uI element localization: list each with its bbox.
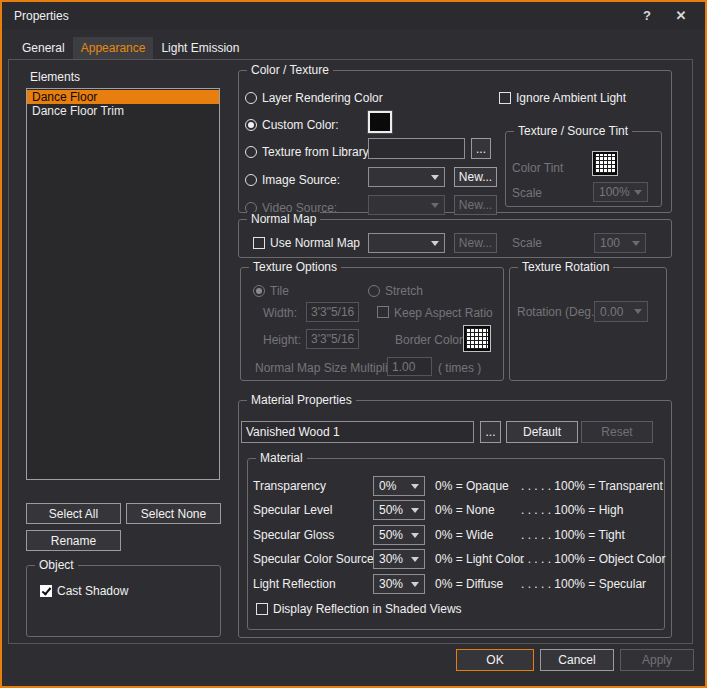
ok-button[interactable]: OK bbox=[456, 649, 534, 671]
object-group: Object bbox=[26, 565, 221, 637]
apply-button[interactable]: Apply bbox=[620, 649, 694, 671]
specular-color-source-scale-max: . . . . . 100% = Object Color bbox=[521, 552, 665, 566]
light-reflection-value: 30% bbox=[379, 577, 403, 591]
tile-label: Tile bbox=[270, 284, 289, 298]
light-reflection-scale-max: . . . . . 100% = Specular bbox=[521, 577, 646, 591]
width-input[interactable]: 3'3"5/16 bbox=[306, 302, 359, 322]
tab-appearance[interactable]: Appearance bbox=[73, 37, 154, 59]
custom-color-swatch[interactable] bbox=[368, 111, 392, 133]
chevron-down-icon bbox=[411, 508, 419, 513]
height-label: Height: bbox=[263, 333, 301, 347]
cast-shadow-checkbox[interactable] bbox=[40, 585, 52, 597]
tint-scale-value: 100% bbox=[599, 185, 630, 199]
image-source-dropdown[interactable] bbox=[368, 167, 445, 187]
material-browse-button[interactable]: ... bbox=[480, 421, 501, 443]
specular-level-dropdown[interactable]: 50% bbox=[373, 500, 425, 520]
specular-color-source-scale-min: 0% = Light Color bbox=[435, 552, 524, 566]
help-icon[interactable]: ? bbox=[637, 2, 657, 28]
display-reflection-label: Display Reflection in Shaded Views bbox=[273, 602, 462, 616]
specular-level-scale-min: 0% = None bbox=[435, 503, 495, 517]
specular-color-source-label: Specular Color Source bbox=[253, 552, 374, 566]
chevron-down-icon bbox=[431, 241, 439, 246]
normal-map-scale-value: 100 bbox=[600, 236, 620, 250]
light-reflection-scale-min: 0% = Diffuse bbox=[435, 577, 503, 591]
cancel-button[interactable]: Cancel bbox=[540, 649, 614, 671]
chevron-down-icon bbox=[431, 203, 439, 208]
chevron-down-icon bbox=[411, 582, 419, 587]
color-tint-label: Color Tint bbox=[512, 161, 563, 175]
tint-scale-dropdown[interactable]: 100% bbox=[593, 182, 648, 202]
select-none-button[interactable]: Select None bbox=[126, 503, 221, 524]
specular-color-source-dropdown[interactable]: 30% bbox=[373, 549, 425, 569]
normal-map-dropdown[interactable] bbox=[368, 233, 445, 253]
chevron-down-icon bbox=[411, 557, 419, 562]
times-label: ( times ) bbox=[438, 361, 481, 375]
texture-library-browse-button[interactable]: ... bbox=[471, 138, 491, 159]
dialog-title: Properties bbox=[14, 9, 69, 23]
select-all-button[interactable]: Select All bbox=[26, 503, 121, 524]
texture-from-library-label: Texture from Library: bbox=[262, 145, 372, 159]
image-source-radio[interactable] bbox=[245, 174, 257, 186]
image-source-label: Image Source: bbox=[262, 173, 340, 187]
tab-light-emission[interactable]: Light Emission bbox=[153, 37, 247, 59]
normal-map-scale-label: Scale bbox=[512, 236, 542, 250]
color-tint-swatch[interactable] bbox=[593, 152, 617, 175]
layer-rendering-color-radio[interactable] bbox=[245, 92, 257, 104]
texture-rotation-group: Texture Rotation bbox=[509, 267, 667, 381]
rotation-deg-label: Rotation (Deg.) bbox=[517, 305, 598, 319]
list-item-dance-floor[interactable]: Dance Floor bbox=[27, 90, 219, 104]
color-texture-group-label: Color / Texture bbox=[247, 63, 333, 78]
normal-map-size-multiplier-input[interactable]: 1.00 bbox=[387, 357, 432, 376]
elements-list[interactable]: Dance Floor Dance Floor Trim bbox=[26, 88, 220, 480]
material-row-transparency: Transparency 0% 0% = Opaque . . . . . 10… bbox=[253, 476, 663, 496]
video-source-dropdown[interactable] bbox=[368, 195, 445, 215]
image-source-new-button[interactable]: New... bbox=[454, 167, 497, 187]
material-row-specular-level: Specular Level 50% 0% = None . . . . . 1… bbox=[253, 500, 663, 520]
display-reflection-checkbox[interactable] bbox=[256, 603, 268, 615]
material-row-light-reflection: Light Reflection 30% 0% = Diffuse . . . … bbox=[253, 574, 663, 594]
tab-general[interactable]: General bbox=[14, 37, 73, 59]
material-default-button[interactable]: Default bbox=[506, 421, 578, 443]
keep-aspect-ratio-checkbox[interactable] bbox=[377, 306, 389, 318]
rename-button[interactable]: Rename bbox=[26, 530, 121, 551]
normal-map-new-button[interactable]: New... bbox=[454, 233, 497, 253]
specular-gloss-dropdown[interactable]: 50% bbox=[373, 525, 425, 545]
video-source-new-button[interactable]: New... bbox=[454, 195, 497, 215]
cast-shadow-label: Cast Shadow bbox=[57, 584, 128, 598]
light-reflection-dropdown[interactable]: 30% bbox=[373, 574, 425, 594]
transparency-scale-max: . . . . . 100% = Transparent bbox=[521, 479, 663, 493]
custom-color-label: Custom Color: bbox=[262, 118, 339, 132]
rotation-dropdown[interactable]: 0.00 bbox=[594, 301, 648, 322]
material-reset-button[interactable]: Reset bbox=[581, 421, 653, 443]
close-icon[interactable]: ✕ bbox=[671, 2, 691, 28]
stretch-radio[interactable] bbox=[368, 285, 380, 297]
chevron-down-icon bbox=[431, 175, 439, 180]
height-input[interactable]: 3'3"5/16 bbox=[306, 329, 359, 349]
texture-rotation-group-label: Texture Rotation bbox=[518, 260, 613, 275]
chevron-down-icon bbox=[411, 533, 419, 538]
normal-map-group-label: Normal Map bbox=[247, 212, 320, 227]
use-normal-map-checkbox[interactable] bbox=[253, 237, 265, 249]
material-group-label: Material bbox=[256, 451, 307, 466]
specular-level-label: Specular Level bbox=[253, 503, 332, 517]
normal-map-scale-dropdown[interactable]: 100 bbox=[594, 233, 646, 253]
list-item-dance-floor-trim[interactable]: Dance Floor Trim bbox=[27, 104, 219, 118]
specular-level-value: 50% bbox=[379, 503, 403, 517]
material-name-input[interactable]: Vanished Wood 1 bbox=[241, 421, 474, 443]
material-row-specular-color-source: Specular Color Source 30% 0% = Light Col… bbox=[253, 549, 663, 569]
transparency-dropdown[interactable]: 0% bbox=[373, 476, 425, 496]
object-group-label: Object bbox=[35, 558, 78, 573]
texture-library-input[interactable] bbox=[368, 138, 465, 159]
specular-gloss-value: 50% bbox=[379, 528, 403, 542]
chevron-down-icon bbox=[634, 190, 642, 195]
ignore-ambient-light-label: Ignore Ambient Light bbox=[516, 91, 626, 105]
ignore-ambient-light-checkbox[interactable] bbox=[499, 92, 511, 104]
chevron-down-icon bbox=[632, 241, 640, 246]
tile-radio[interactable] bbox=[253, 285, 265, 297]
texture-from-library-radio[interactable] bbox=[245, 146, 257, 158]
custom-color-radio[interactable] bbox=[245, 119, 257, 131]
chevron-down-icon bbox=[634, 309, 642, 314]
elements-label: Elements bbox=[30, 70, 80, 84]
border-color-swatch[interactable] bbox=[464, 326, 490, 351]
transparency-label: Transparency bbox=[253, 479, 326, 493]
